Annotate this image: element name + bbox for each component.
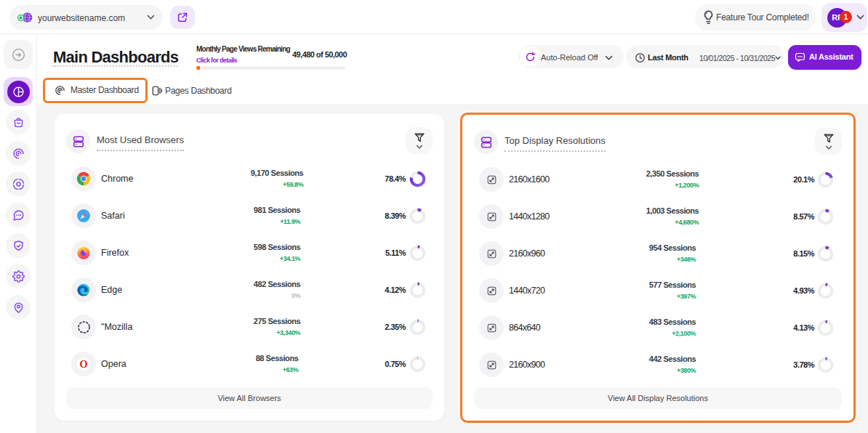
svg-text:O: O	[79, 358, 87, 370]
